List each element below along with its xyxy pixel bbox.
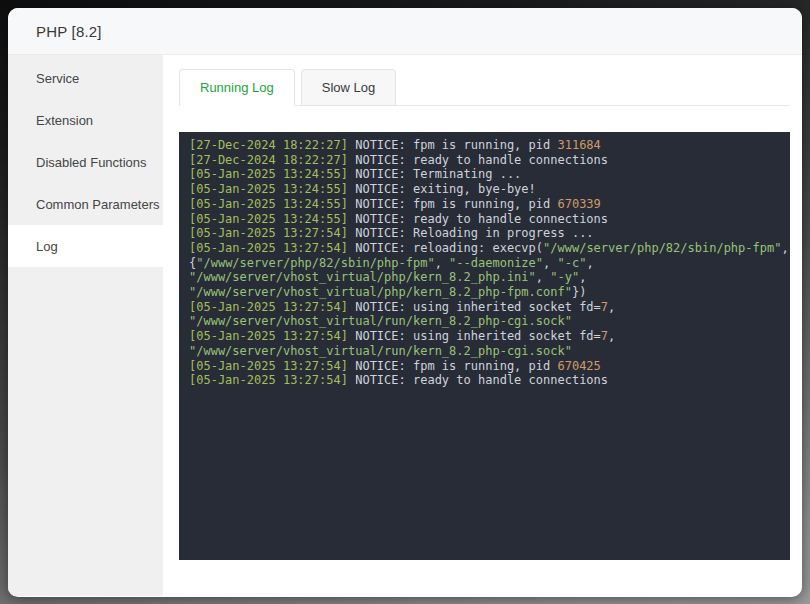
log-segment-str: "/www/server/php/82/sbin/php-fpm": [543, 241, 781, 255]
log-segment-ts: [27-Dec-2024 18:22:27]: [189, 153, 348, 167]
log-segment-num: 311684: [557, 138, 600, 152]
log-segment-txt: NOTICE: exiting, bye-bye!: [348, 182, 536, 196]
log-line: [05-Jan-2025 13:27:54] NOTICE: using inh…: [189, 329, 780, 344]
log-line: "/www/server/vhost_virtual/run/kern_8.2_…: [189, 344, 780, 359]
log-segment-txt: ,: [435, 256, 449, 270]
log-line: {"/www/server/php/82/sbin/php-fpm", "--d…: [189, 256, 780, 271]
log-segment-ts: [05-Jan-2025 13:27:54]: [189, 241, 348, 255]
log-segment-str: "/www/server/vhost_virtual/php/kern_8.2_…: [189, 270, 536, 284]
log-segment-txt: ,: [579, 270, 586, 284]
log-segment-txt: NOTICE: Reloading in progress ...: [348, 226, 594, 240]
log-segment-ts: [05-Jan-2025 13:27:54]: [189, 359, 348, 373]
sidebar-item-extension[interactable]: Extension: [8, 99, 163, 141]
log-segment-ts: [05-Jan-2025 13:24:55]: [189, 197, 348, 211]
log-segment-str: "--daemonize": [449, 256, 543, 270]
log-segment-txt: NOTICE: using inherited socket fd=: [348, 329, 601, 343]
sidebar-nav: ServiceExtensionDisabled FunctionsCommon…: [8, 55, 163, 596]
window-header: PHP [8.2]: [8, 8, 802, 55]
log-segment-ts: [05-Jan-2025 13:24:55]: [189, 167, 348, 181]
log-line: [05-Jan-2025 13:27:54] NOTICE: Reloading…: [189, 226, 780, 241]
log-line: "/www/server/vhost_virtual/php/kern_8.2_…: [189, 285, 780, 300]
log-segment-str: "/www/server/vhost_virtual/php/kern_8.2_…: [189, 285, 572, 299]
log-segment-ts: [05-Jan-2025 13:27:54]: [189, 329, 348, 343]
log-segment-num: 7: [601, 329, 608, 343]
window-title: PHP [8.2]: [36, 23, 102, 40]
log-output[interactable]: [27-Dec-2024 18:22:27] NOTICE: fpm is ru…: [179, 132, 790, 560]
log-segment-ts: [05-Jan-2025 13:27:54]: [189, 226, 348, 240]
log-line: "/www/server/vhost_virtual/run/kern_8.2_…: [189, 314, 780, 329]
log-segment-ts: [05-Jan-2025 13:24:55]: [189, 212, 348, 226]
log-line: "/www/server/vhost_virtual/php/kern_8.2_…: [189, 270, 780, 285]
sidebar-item-service[interactable]: Service: [8, 57, 163, 99]
main-content: Running LogSlow Log [27-Dec-2024 18:22:2…: [163, 55, 802, 596]
log-segment-ts: [05-Jan-2025 13:27:54]: [189, 373, 348, 387]
log-segment-txt: ,: [543, 256, 557, 270]
log-line: [05-Jan-2025 13:24:55] NOTICE: ready to …: [189, 212, 780, 227]
sidebar-item-common-parameters[interactable]: Common Parameters: [8, 183, 163, 225]
tab-running-log[interactable]: Running Log: [179, 69, 295, 106]
tab-bar: Running LogSlow Log: [179, 69, 790, 106]
log-segment-str: "/www/server/vhost_virtual/run/kern_8.2_…: [189, 344, 572, 358]
log-segment-str: "/www/server/vhost_virtual/run/kern_8.2_…: [189, 314, 572, 328]
log-segment-str: "-y": [550, 270, 579, 284]
log-segment-txt: ,: [608, 300, 615, 314]
log-segment-txt: ,: [586, 256, 593, 270]
log-segment-num: 670339: [557, 197, 600, 211]
log-segment-str: "/www/server/php/82/sbin/php-fpm": [196, 256, 434, 270]
log-segment-num: 7: [601, 300, 608, 314]
log-line: [05-Jan-2025 13:24:55] NOTICE: Terminati…: [189, 167, 780, 182]
log-segment-ts: [05-Jan-2025 13:24:55]: [189, 182, 348, 196]
log-line: [27-Dec-2024 18:22:27] NOTICE: ready to …: [189, 153, 780, 168]
tab-slow-log[interactable]: Slow Log: [301, 69, 396, 106]
log-segment-str: "-c": [557, 256, 586, 270]
log-segment-txt: NOTICE: fpm is running, pid: [348, 359, 558, 373]
log-segment-txt: NOTICE: ready to handle connections: [348, 212, 608, 226]
log-segment-txt: ,: [608, 329, 615, 343]
log-segment-txt: NOTICE: fpm is running, pid: [348, 197, 558, 211]
log-segment-txt: NOTICE: using inherited socket fd=: [348, 300, 601, 314]
log-line: [05-Jan-2025 13:27:54] NOTICE: ready to …: [189, 373, 780, 388]
log-segment-txt: }): [572, 285, 586, 299]
log-line: [05-Jan-2025 13:24:55] NOTICE: exiting, …: [189, 182, 780, 197]
sidebar-item-disabled-functions[interactable]: Disabled Functions: [8, 141, 163, 183]
log-segment-txt: NOTICE: ready to handle connections: [348, 373, 608, 387]
log-line: [05-Jan-2025 13:27:54] NOTICE: fpm is ru…: [189, 359, 780, 374]
log-segment-txt: NOTICE: ready to handle connections: [348, 153, 608, 167]
log-line: [05-Jan-2025 13:24:55] NOTICE: fpm is ru…: [189, 197, 780, 212]
log-line: [05-Jan-2025 13:27:54] NOTICE: reloading…: [189, 241, 780, 256]
log-segment-txt: NOTICE: Terminating ...: [348, 167, 521, 181]
log-segment-ts: [27-Dec-2024 18:22:27]: [189, 138, 348, 152]
sidebar-item-log[interactable]: Log: [8, 225, 163, 267]
log-segment-txt: NOTICE: reloading: execvp(: [348, 241, 543, 255]
log-line: [27-Dec-2024 18:22:27] NOTICE: fpm is ru…: [189, 138, 780, 153]
log-segment-txt: ,: [781, 241, 788, 255]
window-body: ServiceExtensionDisabled FunctionsCommon…: [8, 55, 802, 596]
log-line: [05-Jan-2025 13:27:54] NOTICE: using inh…: [189, 300, 780, 315]
log-segment-txt: NOTICE: fpm is running, pid: [348, 138, 558, 152]
log-segment-txt: ,: [536, 270, 550, 284]
php-settings-window: PHP [8.2] ServiceExtensionDisabled Funct…: [8, 8, 802, 597]
log-segment-num: 670425: [557, 359, 600, 373]
log-segment-ts: [05-Jan-2025 13:27:54]: [189, 300, 348, 314]
